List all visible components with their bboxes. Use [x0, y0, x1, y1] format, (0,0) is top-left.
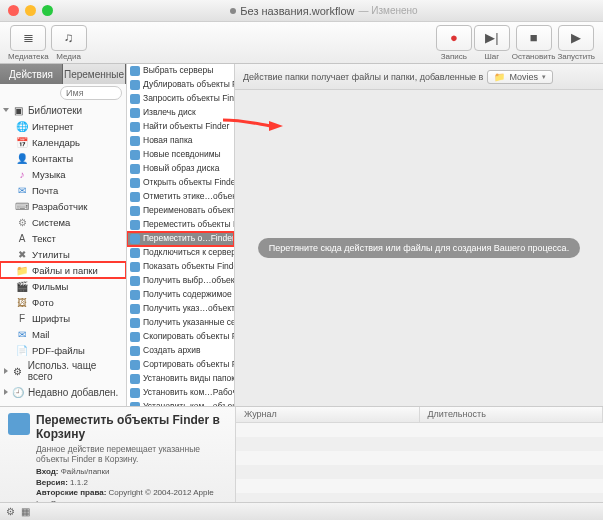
action-item[interactable]: Новые псевдонимы [127, 148, 234, 162]
action-item[interactable]: Получить выбр…объекты Finder [127, 274, 234, 288]
titlebar: Без названия.workflow — Изменено [0, 0, 603, 22]
action-item[interactable]: Переименовать объекты Finder [127, 204, 234, 218]
action-icon [130, 332, 140, 342]
action-item[interactable]: Новая папка [127, 134, 234, 148]
action-item[interactable]: Сортировать объекты Finder [127, 358, 234, 372]
action-item[interactable]: Скопировать объекты Finder [127, 330, 234, 344]
stop-label: Остановить [512, 52, 556, 61]
library-button[interactable]: ≣ [10, 25, 46, 51]
category-icon: ✖ [16, 248, 28, 260]
dirty-dot-icon [230, 8, 236, 14]
media-button[interactable]: ♫ [51, 25, 87, 51]
category-icon: F [16, 312, 28, 324]
sidebar-item[interactable]: 📄PDF-файлы [0, 342, 126, 358]
action-icon [130, 304, 140, 314]
category-icon: 👤 [16, 152, 28, 164]
action-icon [130, 108, 140, 118]
sidebar-item[interactable]: ✉Почта [0, 182, 126, 198]
action-item[interactable]: Переместить объекты Finder [127, 218, 234, 232]
actions-list: Выбрать серверыДублировать объекты Finde… [127, 64, 235, 406]
action-item[interactable]: Получить содержимое папок [127, 288, 234, 302]
action-item[interactable]: Получить указ…объекты Finder [127, 302, 234, 316]
sidebar-item[interactable]: 🖼Фото [0, 294, 126, 310]
sidebar-item[interactable]: ♪Музыка [0, 166, 126, 182]
sidebar-item[interactable]: 📁Файлы и папки [0, 262, 126, 278]
action-item[interactable]: Новый образ диска [127, 162, 234, 176]
chevron-down-icon: ▾ [542, 73, 546, 81]
sidebar-item[interactable]: FШрифты [0, 310, 126, 326]
action-item[interactable]: Открыть объекты Finder [127, 176, 234, 190]
action-icon [130, 360, 140, 370]
action-item[interactable]: Установить ком…Рабочего стола [127, 386, 234, 400]
toolbar: ≣Медиатека♫Медиа ●Запись▶|Шаг■Остановить… [0, 22, 603, 64]
run-label: Запустить [558, 52, 596, 61]
action-item[interactable]: Установить виды папок [127, 372, 234, 386]
action-icon [130, 318, 140, 328]
category-icon: 🕘 [12, 386, 24, 398]
zoom-icon[interactable] [42, 5, 53, 16]
detail-description: Данное действие перемещает указанные объ… [36, 444, 227, 464]
action-item[interactable]: Запросить объекты Finder [127, 92, 234, 106]
search-input[interactable] [60, 86, 122, 100]
library-header[interactable]: ▣ Библиотеки [0, 102, 126, 118]
run-button[interactable]: ▶ [558, 25, 594, 51]
action-item[interactable]: Переместить о…Finder в Корзину [127, 232, 234, 246]
action-item[interactable]: Подключиться к серверам [127, 246, 234, 260]
action-icon [130, 276, 140, 286]
library-icon: ▣ [12, 104, 24, 116]
log-table [236, 423, 603, 502]
category-icon: ⚙ [16, 216, 28, 228]
action-icon [8, 413, 30, 435]
workspace-header: Действие папки получает файлы и папки, д… [235, 64, 603, 90]
gear-icon[interactable]: ⚙ [6, 506, 15, 517]
category-icon: ✉ [16, 328, 28, 340]
category-icon: ⚙ [12, 365, 24, 377]
library-label: Медиатека [8, 52, 49, 61]
sidebar-item[interactable]: ⚙Использ. чаще всего [0, 358, 126, 384]
category-icon: ✉ [16, 184, 28, 196]
action-icon [130, 192, 140, 202]
record-button[interactable]: ● [436, 25, 472, 51]
sidebar-item[interactable]: AТекст [0, 230, 126, 246]
sidebar-item[interactable]: 🕘Недавно добавлен. [0, 384, 126, 400]
add-icon[interactable]: ▦ [21, 506, 30, 517]
minimize-icon[interactable] [25, 5, 36, 16]
traffic-lights [8, 5, 53, 16]
sidebar-item[interactable]: 👤Контакты [0, 150, 126, 166]
stop-button[interactable]: ■ [516, 25, 552, 51]
action-icon [130, 136, 140, 146]
action-icon [130, 206, 140, 216]
action-icon [130, 94, 140, 104]
step-button[interactable]: ▶| [474, 25, 510, 51]
sidebar-item[interactable]: ⌨Разработчик [0, 198, 126, 214]
action-item[interactable]: Выбрать серверы [127, 64, 234, 78]
action-item[interactable]: Найти объекты Finder [127, 120, 234, 134]
action-icon [130, 290, 140, 300]
close-icon[interactable] [8, 5, 19, 16]
action-item[interactable]: Показать объекты Finder [127, 260, 234, 274]
sidebar-item[interactable]: 🌐Интернет [0, 118, 126, 134]
action-item[interactable]: Извлечь диск [127, 106, 234, 120]
tab-actions[interactable]: Действия [0, 64, 63, 84]
action-item[interactable]: Создать архив [127, 344, 234, 358]
folder-popup[interactable]: 📁 Movies ▾ [487, 70, 553, 84]
action-item[interactable]: Дублировать объекты Finder [127, 78, 234, 92]
tab-variables[interactable]: Переменные [63, 64, 126, 84]
action-icon [130, 262, 140, 272]
sidebar-item[interactable]: 🎬Фильмы [0, 278, 126, 294]
action-item[interactable]: Получить указанные серверы [127, 316, 234, 330]
sidebar-item[interactable]: ✉Mail [0, 326, 126, 342]
action-icon [130, 248, 140, 258]
category-icon: 📅 [16, 136, 28, 148]
sidebar-item[interactable]: ⚙Система [0, 214, 126, 230]
step-label: Шаг [484, 52, 499, 61]
sidebar-item[interactable]: ✖Утилиты [0, 246, 126, 262]
log-col-journal[interactable]: Журнал [236, 407, 420, 422]
action-item[interactable]: Отметить этике…объекты Finder [127, 190, 234, 204]
sidebar-item[interactable]: 📅Календарь [0, 134, 126, 150]
action-icon [130, 178, 140, 188]
log-col-duration[interactable]: Длительность [420, 407, 604, 422]
workflow-canvas[interactable]: Перетяните сюда действия или файлы для с… [235, 90, 603, 406]
annotation-arrow-icon [223, 114, 283, 134]
detail-title: Переместить объекты Finder в Корзину [36, 413, 227, 441]
